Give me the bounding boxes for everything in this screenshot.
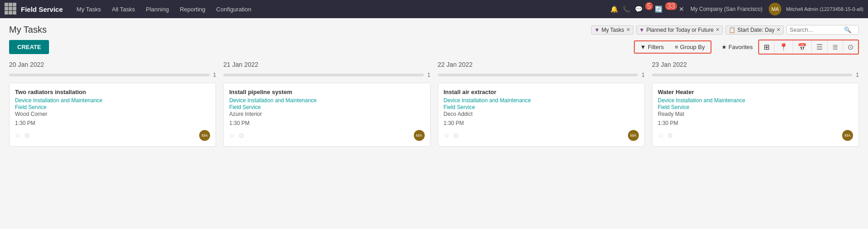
day-header-3: 23 Jan 2022: [652, 61, 859, 68]
filter-tag-planned[interactable]: ▼ Planned for Today or Future ✕: [636, 25, 723, 35]
create-button[interactable]: CREATE: [9, 40, 49, 54]
task-footer-1: ☆ ⊙ MA: [229, 130, 424, 141]
nav-my-tasks[interactable]: My Tasks: [72, 0, 106, 18]
filter-tag-startdate-remove[interactable]: ✕: [776, 27, 780, 33]
task-clock-icon-0[interactable]: ⊙: [25, 132, 30, 139]
task-company-2: Deco Addict: [444, 111, 639, 117]
task-project-2: Field Service: [444, 104, 639, 110]
view-listalt-button[interactable]: ≣: [828, 40, 843, 54]
phone-icon[interactable]: 📞: [623, 5, 630, 13]
nav-configuration[interactable]: Configuration: [212, 0, 256, 18]
refresh-icon[interactable]: 🔄33: [655, 5, 674, 13]
bell-icon[interactable]: 🔔: [610, 5, 618, 13]
company-info: My Company (San Francisco): [691, 6, 763, 12]
filter-tag-my-tasks[interactable]: ▼ My Tasks ✕: [591, 25, 633, 35]
filter-tag-startdate[interactable]: 📋 Start Date: Day ✕: [726, 25, 784, 35]
day-progress-bar-0: [9, 74, 210, 76]
user-name: Mitchell Admin (12273458-15-0-all): [786, 6, 863, 12]
task-star-icon-1[interactable]: ☆: [229, 132, 235, 139]
day-col-0: 20 Jan 2022 1 Two radiators installation…: [9, 61, 216, 147]
task-title-1: Install pipeline system: [229, 89, 424, 95]
task-project-0: Field Service: [15, 104, 210, 110]
task-title-0: Two radiators installation: [15, 89, 210, 95]
task-time-1: 1:30 PM: [229, 120, 424, 126]
task-footer-0: ☆ ⊙ MA: [15, 130, 210, 141]
task-company-0: Wood Corner: [15, 111, 210, 117]
nav-reporting[interactable]: Reporting: [175, 0, 210, 18]
day-count-0: 1: [213, 72, 216, 78]
task-footer-2: ☆ ⊙ MA: [444, 130, 639, 141]
filter-funnel-icon: ▼: [594, 27, 600, 33]
day-count-2: 1: [642, 72, 645, 78]
task-footer-left-0: ☆ ⊙: [15, 132, 30, 139]
task-avatar-2: MA: [628, 130, 639, 141]
groupby-button[interactable]: ≡ Group By: [669, 41, 711, 53]
task-time-2: 1:30 PM: [444, 120, 639, 126]
nav-icons-group: 🔔 📞 💬5 🔄33 ✕: [610, 5, 684, 13]
filter-bar: ▼ My Tasks ✕ ▼ Planned for Today or Futu…: [591, 25, 859, 35]
task-card-2[interactable]: Install air extractor Device Installatio…: [438, 83, 645, 147]
view-kanban-button[interactable]: ⊞: [759, 40, 775, 54]
nav-planning[interactable]: Planning: [142, 0, 174, 18]
task-card-0[interactable]: Two radiators installation Device Instal…: [9, 83, 216, 147]
task-star-icon-2[interactable]: ☆: [444, 132, 450, 139]
user-avatar[interactable]: MA: [769, 3, 781, 15]
task-footer-left-1: ☆ ⊙: [229, 132, 244, 139]
filter-funnel-icon-2: ▼: [639, 27, 645, 33]
task-category-2: Device Installation and Maintenance: [444, 97, 639, 104]
page-content: My Tasks ▼ My Tasks ✕ ▼ Planned for Toda…: [0, 18, 868, 229]
filter-tag-planned-remove[interactable]: ✕: [716, 27, 720, 33]
chat-badge: 5: [645, 2, 653, 10]
day-progress-bar-2: [438, 74, 638, 76]
day-columns: 20 Jan 2022 1 Two radiators installation…: [9, 61, 859, 147]
filters-button[interactable]: ▼ Filters: [635, 41, 669, 53]
app-grid-icon[interactable]: [5, 3, 17, 15]
task-time-3: 1:30 PM: [658, 120, 853, 126]
task-project-1: Field Service: [229, 104, 424, 110]
day-progress-bar-3: [652, 74, 853, 76]
app-brand[interactable]: Field Service: [21, 5, 63, 13]
chat-icon[interactable]: 💬5: [635, 5, 650, 13]
search-input[interactable]: [790, 26, 844, 33]
task-category-3: Device Installation and Maintenance: [658, 97, 853, 104]
view-map-button[interactable]: 📍: [775, 40, 793, 54]
groupby-icon: ≡: [675, 44, 678, 50]
search-box[interactable]: 🔍: [786, 25, 859, 35]
view-list-button[interactable]: ☰: [812, 40, 828, 54]
close-icon[interactable]: ✕: [679, 5, 684, 13]
view-activity-button[interactable]: ⊙: [843, 40, 858, 54]
view-calendar-button[interactable]: 📅: [793, 40, 812, 54]
day-col-3: 23 Jan 2022 1 Water Heater Device Instal…: [652, 61, 859, 147]
day-progress-row-3: 1: [652, 72, 859, 78]
task-star-icon-3[interactable]: ☆: [658, 132, 664, 139]
task-star-icon-0[interactable]: ☆: [15, 132, 21, 139]
search-icon[interactable]: 🔍: [844, 26, 851, 33]
top-navigation: Field Service My Tasks All Tasks Plannin…: [0, 0, 868, 18]
filters-label: Filters: [648, 44, 664, 50]
task-footer-3: ☆ ⊙ MA: [658, 130, 853, 141]
task-company-3: Ready Mat: [658, 111, 853, 117]
task-category-1: Device Installation and Maintenance: [229, 97, 424, 104]
favorites-label: Favorites: [729, 44, 753, 50]
task-card-1[interactable]: Install pipeline system Device Installat…: [223, 83, 430, 147]
favorites-button[interactable]: ★ Favorites: [716, 41, 758, 53]
day-progress-bar-1: [223, 74, 424, 76]
day-header-2: 22 Jan 2022: [438, 61, 645, 68]
page-header: My Tasks ▼ My Tasks ✕ ▼ Planned for Toda…: [9, 25, 859, 35]
task-time-0: 1:30 PM: [15, 120, 210, 126]
task-card-3[interactable]: Water Heater Device Installation and Mai…: [652, 83, 859, 147]
task-clock-icon-2[interactable]: ⊙: [453, 132, 459, 139]
day-col-2: 22 Jan 2022 1 Install air extractor Devi…: [438, 61, 645, 147]
filter-funnel-icon-3: ▼: [640, 44, 646, 50]
page-title: My Tasks: [9, 25, 591, 35]
day-progress-row-0: 1: [9, 72, 216, 78]
task-clock-icon-1[interactable]: ⊙: [239, 132, 244, 139]
filter-tag-my-tasks-remove[interactable]: ✕: [626, 27, 630, 33]
filter-tag-my-tasks-label: My Tasks: [602, 27, 624, 33]
day-header-1: 21 Jan 2022: [223, 61, 430, 68]
nav-all-tasks[interactable]: All Tasks: [108, 0, 140, 18]
task-title-2: Install air extractor: [444, 89, 639, 95]
task-category-0: Device Installation and Maintenance: [15, 97, 210, 104]
day-col-1: 21 Jan 2022 1 Install pipeline system De…: [223, 61, 430, 147]
task-clock-icon-3[interactable]: ⊙: [667, 132, 673, 139]
